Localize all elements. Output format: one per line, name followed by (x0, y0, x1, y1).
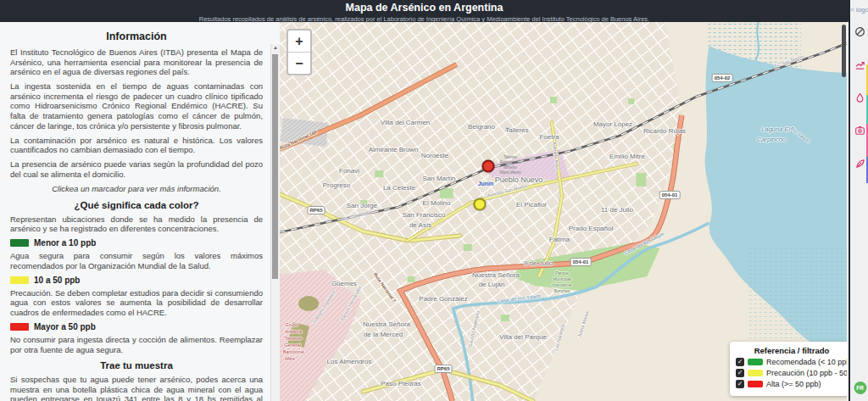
legend-label: Precaución (10 ppb - 50 ppb) (766, 369, 847, 377)
level-2: 10 a 50 ppb (10, 276, 263, 285)
sample-heading: Trae tu muestra (10, 360, 263, 370)
scroll-up-icon[interactable]: ▲ (271, 45, 280, 50)
color-levels: Menor a 10 ppbAgua segura para consumir … (10, 238, 263, 354)
level-label: 10 a 50 ppb (34, 276, 80, 285)
chart-arrow-icon[interactable] (854, 58, 865, 70)
level-color-swatch (10, 239, 29, 247)
logo-alt-text: logo (856, 6, 868, 14)
legend-color-swatch (748, 359, 763, 365)
app-header: Mapa de Arsénico en Argentina Resultados… (0, 0, 849, 22)
legend-label: Alta (>= 50 ppb) (766, 380, 821, 388)
sample-text: Si sospechas que tu agua puede tener ars… (10, 375, 263, 401)
legend-title: Referencia / filtrado (736, 346, 847, 355)
legend-row: ✓Precaución (10 ppb - 50 ppb) (736, 369, 847, 377)
broken-image-icon (851, 6, 854, 14)
route-badge: 054-01 (570, 258, 592, 266)
arsenic-marker-2[interactable] (474, 198, 487, 211)
route-badge: RP65 (307, 206, 325, 214)
level-color-swatch (10, 323, 29, 331)
legend-checkbox-2[interactable]: ✓ (736, 369, 744, 377)
map-filter-legend: Referencia / filtrado ✓Recomendada (< 10… (730, 342, 847, 396)
colors-intro: Representan ubicaciones donde se ha medi… (10, 214, 263, 234)
broken-logo-image: logo (850, 0, 868, 14)
feather-pen-icon[interactable] (854, 158, 865, 169)
avatar-badge[interactable]: FR (854, 382, 866, 394)
colors-heading: ¿Qué significa cada color? (10, 200, 263, 210)
level-3: Mayor a 50 ppb (10, 322, 263, 331)
browser-side-strip: logo FR (849, 0, 868, 401)
route-badge: RP65 (434, 365, 452, 373)
zoom-out-button[interactable]: − (288, 53, 310, 74)
map-canvas[interactable]: BelgranoTalleresFoetraVilla del CarmenAl… (280, 22, 847, 401)
legend-checkbox-1[interactable]: ✓ (736, 358, 744, 366)
page-scrollbar-thumb[interactable] (842, 25, 846, 77)
route-badge: 054-01 (659, 191, 681, 199)
level-label: Mayor a 50 ppb (34, 322, 96, 331)
map-zoom-control: + − (287, 29, 312, 75)
legend-checkbox-3[interactable]: ✓ (736, 380, 744, 388)
legend-rows: ✓Recomendada (< 10 ppb)✓Precaución (10 p… (736, 358, 847, 388)
level-label: Menor a 10 ppb (34, 238, 96, 248)
legend-color-swatch (748, 370, 763, 376)
sidebar-paragraph-health: La ingesta sostenida en el tiempo de agu… (10, 81, 263, 131)
info-sidebar: Información El Instituto Tecnológico de … (0, 22, 280, 401)
sidebar-paragraph-depth: La presencia de arsénico puede varias se… (10, 159, 263, 179)
app-root: Mapa de Arsénico en Argentina Resultados… (0, 0, 868, 401)
level-1: Menor a 10 ppb (10, 238, 263, 248)
sidebar-content: Información El Instituto Tecnológico de … (10, 22, 263, 401)
sidebar-paragraph-history: La contaminación por arsénico es natural… (10, 136, 263, 155)
legend-row: ✓Recomendada (< 10 ppb) (736, 358, 847, 366)
legend-row: ✓Alta (>= 50 ppb) (736, 380, 847, 388)
sample-paragraph: Si sospechas que tu agua puede tener ars… (10, 375, 263, 401)
arsenic-marker-1[interactable] (482, 160, 495, 173)
route-badge: 054-02 (712, 74, 733, 82)
strip-icons (850, 25, 868, 169)
water-drop-icon[interactable] (854, 92, 865, 103)
level-description: Agua segura para consumir según los valo… (10, 251, 263, 270)
zoom-in-button[interactable]: + (288, 31, 310, 53)
marker-hint: Clickea un marcador para ver más informa… (10, 184, 263, 194)
legend-color-swatch (748, 381, 763, 387)
level-description: No consumir para ingesta directa y cocci… (10, 335, 263, 354)
screen-capture-icon[interactable] (854, 125, 865, 136)
compass-icon[interactable] (854, 25, 865, 36)
legend-label: Recomendada (< 10 ppb) (766, 358, 847, 366)
page-subtitle: Resultados recopilados de análisis de ar… (0, 15, 849, 23)
page-title: Mapa de Arsénico en Argentina (0, 0, 849, 14)
sidebar-scrollbar-thumb[interactable] (272, 54, 278, 279)
level-color-swatch (10, 276, 29, 284)
sidebar-title: Información (10, 31, 263, 42)
sidebar-paragraph-intro: El Instituto Tecnológico de Buenos Aires… (10, 47, 263, 77)
level-description: Precaución. Se deben completar estudios … (10, 288, 263, 318)
